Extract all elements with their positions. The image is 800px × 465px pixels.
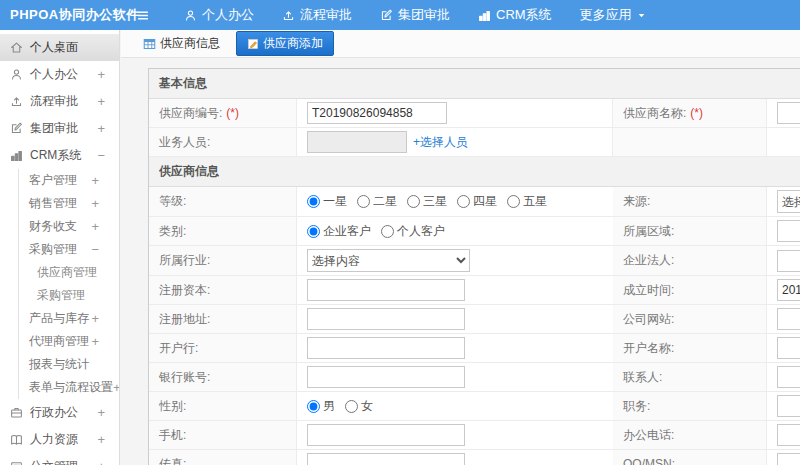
radio-input[interactable] [357,195,370,208]
tab[interactable]: 供应商添加 [236,31,334,56]
collapse-icon[interactable]: − [91,242,99,257]
sidebar-item[interactable]: 个人桌面 [0,34,119,61]
text-input[interactable] [777,453,800,465]
form-label: 业务人员: [159,134,210,151]
text-input[interactable] [777,424,800,446]
sidebar-item[interactable]: 公文管理+ [0,453,119,465]
radio-input[interactable] [507,195,520,208]
sidebar-item[interactable]: 行政办公+ [0,399,119,426]
radio-input[interactable] [307,195,320,208]
sidebar-item[interactable]: 代理商管理+ [18,330,119,353]
sidebar-item[interactable]: 财务收支+ [18,215,119,238]
menu-icon[interactable] [128,9,158,22]
navbar-item[interactable]: CRM系统 [478,6,552,24]
collapse-icon[interactable]: − [97,148,105,163]
form-label-cell: 所属行业: [149,246,297,276]
form-field-cell [297,305,613,334]
text-input[interactable] [307,366,465,388]
text-input[interactable] [307,337,465,359]
expand-icon[interactable]: + [97,432,105,447]
form-field-cell [767,363,800,392]
select-input[interactable]: 选择内容 [777,190,800,213]
radio-input[interactable] [345,400,358,413]
required-mark: (*) [226,106,239,120]
radio-input[interactable] [407,195,420,208]
required-mark: (*) [690,106,703,120]
edit-icon [380,9,393,22]
text-input[interactable] [307,102,447,124]
sidebar-item[interactable]: 集团审批+ [0,115,119,142]
picker-input[interactable] [307,131,407,153]
expand-icon[interactable]: + [97,121,105,136]
form-label: 供应商编号: [159,105,222,122]
text-input[interactable] [777,102,800,124]
sidebar-item[interactable]: 人力资源+ [0,426,119,453]
sidebar-item-label: 个人办公 [30,66,78,83]
sidebar-item[interactable]: 报表与统计 [18,353,119,376]
text-input[interactable] [777,308,800,330]
expand-icon[interactable]: + [91,173,99,188]
form-label: 传真: [159,456,186,465]
text-input[interactable] [307,279,465,301]
navbar-item[interactable]: 集团审批 [380,6,450,24]
sidebar-item[interactable]: 采购管理− [18,238,119,261]
form-label-cell: 开户行: [149,334,297,363]
text-input[interactable] [307,424,465,446]
sidebar-item[interactable]: 个人办公+ [0,61,119,88]
radio-option[interactable]: 女 [345,398,373,415]
text-input[interactable] [777,250,800,272]
radio-option[interactable]: 企业客户 [307,223,371,240]
expand-icon[interactable]: + [97,67,105,82]
sidebar-item[interactable]: 供应商管理 [18,261,119,284]
form-label: 联系人: [623,369,662,386]
tab[interactable]: 供应商信息 [135,32,228,55]
radio-option[interactable]: 一星 [307,193,347,210]
navbar-item[interactable]: 流程审批 [282,6,352,24]
expand-icon[interactable]: + [91,196,99,211]
text-input[interactable] [307,453,465,465]
sidebar-item[interactable]: 客户管理+ [18,169,119,192]
text-input[interactable] [777,279,800,301]
sidebar-item[interactable]: 采购管理 [18,284,119,307]
pencil-icon [247,38,259,50]
radio-option[interactable]: 五星 [507,193,547,210]
select-person-link[interactable]: +选择人员 [413,134,468,151]
text-input[interactable] [777,337,800,359]
sidebar-item-label: 采购管理 [29,241,77,258]
navbar-item[interactable]: 个人办公 [184,6,254,24]
form-field-cell [767,246,800,276]
navbar-item-label: 更多应用 [580,6,632,24]
navbar-item[interactable]: 更多应用 [580,6,646,24]
expand-icon[interactable]: + [97,459,105,465]
sidebar-item[interactable]: 表单与流程设置+ [18,376,119,399]
sidebar-item[interactable]: 流程审批+ [0,88,119,115]
form-label-cell: 类别: [149,217,297,246]
sidebar-item-label: 表单与流程设置 [29,379,113,396]
radio-input[interactable] [457,195,470,208]
expand-icon[interactable]: + [91,219,99,234]
radio-option[interactable]: 三星 [407,193,447,210]
expand-icon[interactable]: + [113,380,120,395]
expand-icon[interactable]: + [91,334,99,349]
text-input[interactable] [777,395,800,417]
expand-icon[interactable]: + [91,311,99,326]
expand-icon[interactable]: + [97,405,105,420]
form-field-cell: 选择内容 [767,187,800,217]
radio-input[interactable] [307,225,320,238]
expand-icon[interactable]: + [97,94,105,109]
form-field-cell [297,450,613,465]
sidebar-item[interactable]: 产品与库存+ [18,307,119,330]
form-label: 注册地址: [159,311,210,328]
sidebar-item[interactable]: 销售管理+ [18,192,119,215]
radio-option[interactable]: 个人客户 [381,223,445,240]
text-input[interactable] [777,366,800,388]
select-input[interactable]: 选择内容 [307,249,470,272]
radio-option[interactable]: 四星 [457,193,497,210]
text-input[interactable] [307,308,465,330]
sidebar-item[interactable]: CRM系统− [0,142,119,169]
text-input[interactable] [777,220,800,242]
radio-option[interactable]: 男 [307,398,335,415]
radio-input[interactable] [307,400,320,413]
radio-option[interactable]: 二星 [357,193,397,210]
radio-input[interactable] [381,225,394,238]
